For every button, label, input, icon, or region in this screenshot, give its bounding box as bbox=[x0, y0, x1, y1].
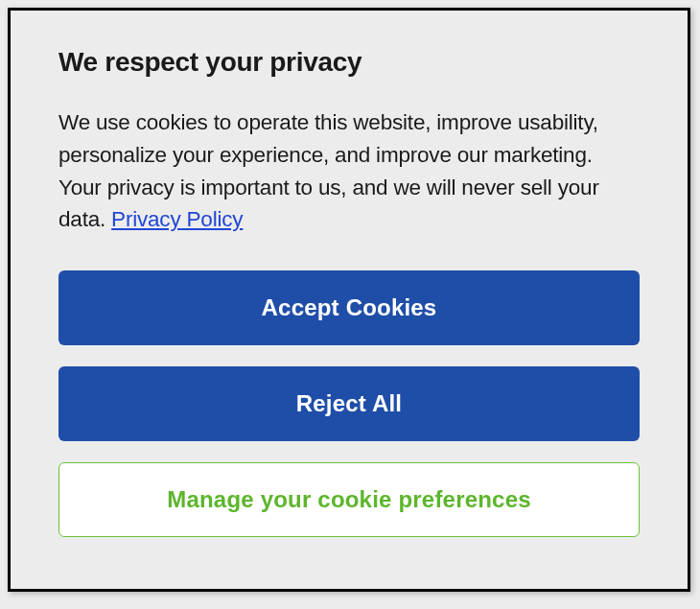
cookie-consent-modal: We respect your privacy We use cookies t… bbox=[8, 8, 690, 592]
privacy-policy-link[interactable]: Privacy Policy bbox=[111, 207, 243, 231]
manage-preferences-button[interactable]: Manage your cookie preferences bbox=[58, 462, 640, 537]
modal-body-text: We use cookies to operate this website, … bbox=[58, 106, 640, 236]
reject-all-button[interactable]: Reject All bbox=[58, 366, 640, 441]
modal-title: We respect your privacy bbox=[58, 47, 640, 78]
button-stack: Accept Cookies Reject All Manage your co… bbox=[58, 270, 640, 537]
accept-cookies-button[interactable]: Accept Cookies bbox=[58, 270, 640, 345]
